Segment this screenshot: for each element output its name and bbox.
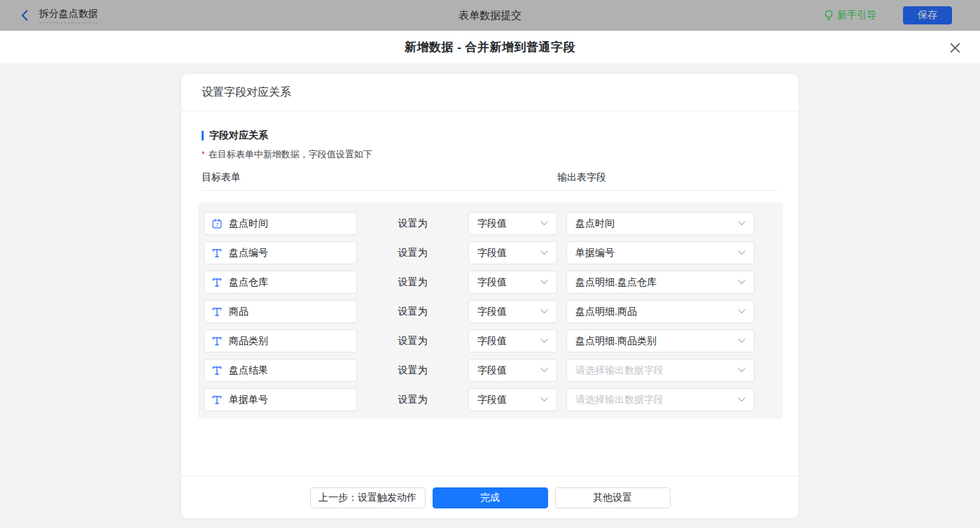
target-field-box[interactable]: 7 商品 xyxy=(204,300,357,323)
output-value: 请选择输出数据字段 xyxy=(575,364,734,377)
setas-label: 设置为 xyxy=(357,247,468,259)
text-icon xyxy=(211,248,223,259)
mapping-row: 7 商品 设置为 字段值 xyxy=(204,300,783,323)
chevron-down-icon xyxy=(738,368,746,373)
text-icon xyxy=(211,394,223,406)
target-field-box[interactable]: 7 盘点结果 xyxy=(204,359,357,382)
calendar-icon: 7 xyxy=(211,218,223,229)
target-field-box[interactable]: 7 盘点编号 xyxy=(204,241,357,264)
field-label: 盘点编号 xyxy=(229,247,268,259)
mode-select[interactable]: 字段值 xyxy=(468,300,557,323)
chevron-down-icon xyxy=(738,397,746,402)
field-label: 盘点结果 xyxy=(229,364,268,377)
field-label: 单据单号 xyxy=(229,394,268,406)
setas-label: 设置为 xyxy=(357,364,468,377)
mapping-row: 7 商品类别 设置为 字段值 xyxy=(204,329,783,352)
mapping-row: 7 盘点结果 设置为 字段值 xyxy=(204,359,783,382)
output-select[interactable]: 单据编号 xyxy=(566,241,755,264)
setas-label: 设置为 xyxy=(357,335,468,348)
output-select[interactable]: 盘点时间 xyxy=(566,212,755,235)
text-icon xyxy=(211,365,223,376)
mode-select[interactable]: 字段值 xyxy=(468,212,557,235)
target-field-box[interactable]: 7 单据单号 xyxy=(204,388,357,411)
modal-title: 新增数据 - 合并新增到普通字段 xyxy=(405,39,575,55)
output-value: 盘点明细.商品 xyxy=(575,306,734,318)
output-select[interactable]: 请选择输出数据字段 xyxy=(566,388,755,411)
field-label: 商品 xyxy=(229,306,248,318)
section-label: 字段对应关系 xyxy=(209,129,268,142)
close-icon[interactable] xyxy=(948,41,962,55)
chevron-down-icon xyxy=(540,368,548,373)
setas-label: 设置为 xyxy=(357,394,468,406)
mode-value: 字段值 xyxy=(477,394,536,406)
output-value: 单据编号 xyxy=(575,247,734,259)
output-value: 盘点明细.商品类别 xyxy=(575,335,734,348)
chevron-down-icon xyxy=(540,338,548,343)
required-asterisk: * xyxy=(202,148,205,159)
section-accent-bar xyxy=(202,131,204,141)
setas-label: 设置为 xyxy=(357,276,468,289)
chevron-down-icon xyxy=(738,280,746,285)
setas-label: 设置为 xyxy=(357,217,468,230)
column-target-form: 目标表单 xyxy=(202,171,241,184)
mapping-row: 7 单据单号 设置为 字段值 xyxy=(204,388,783,411)
text-icon xyxy=(211,336,223,347)
target-field-box[interactable]: 7 盘点仓库 xyxy=(204,271,357,294)
mode-select[interactable]: 字段值 xyxy=(468,241,557,264)
target-field-box[interactable]: 7 商品类别 xyxy=(204,329,357,352)
mapping-rows: 7 盘点时间 设置为 字段值 xyxy=(198,202,783,419)
flow-name[interactable]: 拆分盘点数据 xyxy=(39,8,98,23)
output-select[interactable]: 请选择输出数据字段 xyxy=(566,359,755,382)
mode-value: 字段值 xyxy=(477,335,536,348)
output-select[interactable]: 盘点明细.商品 xyxy=(566,300,755,323)
save-button[interactable]: 保存 xyxy=(903,6,952,24)
chevron-down-icon xyxy=(540,280,548,285)
chevron-down-icon xyxy=(738,250,746,255)
field-label: 商品类别 xyxy=(229,335,268,348)
output-value: 盘点明细.盘点仓库 xyxy=(575,276,734,289)
card-title: 设置字段对应关系 xyxy=(181,74,799,111)
mapping-row: 7 盘点仓库 设置为 字段值 xyxy=(204,271,783,294)
lightbulb-icon xyxy=(824,10,834,21)
mode-select[interactable]: 字段值 xyxy=(468,359,557,382)
output-select[interactable]: 盘点明细.商品类别 xyxy=(566,329,755,352)
add-data-modal: 新增数据 - 合并新增到普通字段 设置字段对应关系 字段对应关系 * 在目标表单… xyxy=(0,31,980,528)
text-icon xyxy=(211,277,223,288)
chevron-down-icon xyxy=(540,221,548,226)
svg-text:7: 7 xyxy=(216,221,218,227)
mode-select[interactable]: 字段值 xyxy=(468,271,557,294)
chevron-down-icon xyxy=(738,309,746,314)
mode-value: 字段值 xyxy=(477,306,536,318)
column-output-fields: 输出表字段 xyxy=(557,171,606,184)
prev-step-button[interactable]: 上一步：设置触发动作 xyxy=(310,487,426,508)
mode-value: 字段值 xyxy=(477,247,536,259)
chevron-down-icon xyxy=(540,309,548,314)
required-note: * 在目标表单中新增数据，字段值设置如下 xyxy=(202,148,778,161)
setas-label: 设置为 xyxy=(357,306,468,318)
field-label: 盘点仓库 xyxy=(229,276,268,289)
other-settings-button[interactable]: 其他设置 xyxy=(555,487,671,508)
chevron-down-icon xyxy=(738,221,746,226)
field-mapping-card: 设置字段对应关系 字段对应关系 * 在目标表单中新增数据，字段值设置如下 目标表… xyxy=(181,74,799,518)
beginner-guide-link[interactable]: 新手引导 xyxy=(824,9,876,22)
output-select[interactable]: 盘点明细.盘点仓库 xyxy=(566,271,755,294)
output-value: 请选择输出数据字段 xyxy=(575,394,734,406)
column-headers: 目标表单 输出表字段 xyxy=(202,171,778,191)
note-text: 在目标表单中新增数据，字段值设置如下 xyxy=(209,148,372,161)
mode-value: 字段值 xyxy=(477,217,536,230)
section-title: 字段对应关系 xyxy=(202,129,778,142)
top-toolbar: 拆分盘点数据 表单数据提交 新手引导 保存 xyxy=(0,0,980,31)
mapping-row: 7 盘点时间 设置为 字段值 xyxy=(204,212,783,235)
back-icon[interactable] xyxy=(20,10,31,21)
done-button[interactable]: 完成 xyxy=(433,487,548,508)
text-icon xyxy=(211,306,223,317)
mode-select[interactable]: 字段值 xyxy=(468,388,557,411)
field-label: 盘点时间 xyxy=(229,217,268,230)
output-value: 盘点时间 xyxy=(575,217,734,230)
mode-value: 字段值 xyxy=(477,364,536,377)
mode-value: 字段值 xyxy=(477,276,536,289)
mapping-row: 7 盘点编号 设置为 字段值 xyxy=(204,241,783,264)
target-field-box[interactable]: 7 盘点时间 xyxy=(204,212,357,235)
chevron-down-icon xyxy=(540,250,548,255)
mode-select[interactable]: 字段值 xyxy=(468,329,557,352)
